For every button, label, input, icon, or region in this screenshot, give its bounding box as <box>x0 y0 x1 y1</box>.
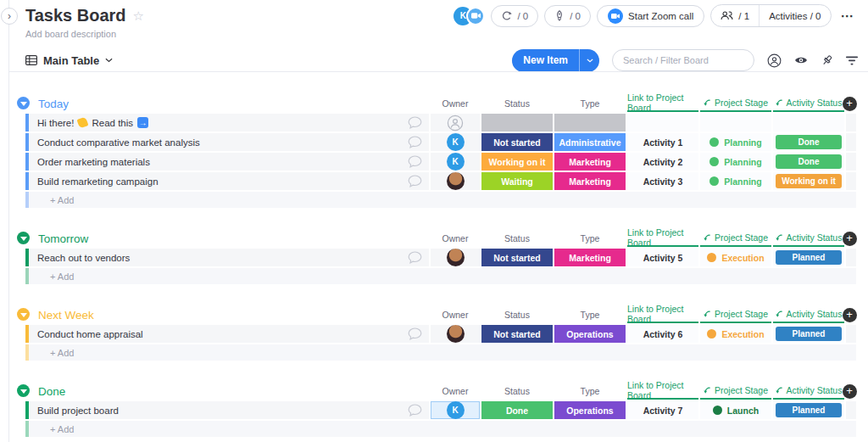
column-header-owner[interactable]: Owner <box>431 230 480 247</box>
group-title[interactable]: Today <box>38 98 69 110</box>
project-stage-cell[interactable]: Execution <box>700 249 771 266</box>
column-header-stage[interactable]: Project Stage <box>700 306 771 323</box>
type-cell[interactable]: Marketing <box>554 153 626 171</box>
table-row[interactable]: Build remarketing campaign Waiting Marke… <box>25 172 856 190</box>
hide-columns-eye-icon[interactable] <box>794 55 808 65</box>
chat-bubble-icon[interactable] <box>408 136 422 148</box>
avatar-photo[interactable] <box>447 325 465 343</box>
tab-main-table[interactable]: Main Table <box>25 54 113 67</box>
activity-status-cell[interactable]: Planned <box>773 325 844 343</box>
column-header-link[interactable]: Link to Project Board <box>627 95 698 112</box>
collapse-group-icon[interactable] <box>17 97 30 109</box>
column-header-activity[interactable]: Activity Status <box>773 95 844 112</box>
expand-sidebar-button[interactable]: › <box>1 8 18 25</box>
column-header-type[interactable]: Type <box>554 306 626 323</box>
collapse-group-icon[interactable] <box>17 232 30 244</box>
column-header-status[interactable]: Status <box>481 95 553 112</box>
task-name-cell[interactable]: Conduct home appraisal <box>25 325 429 343</box>
column-header-type[interactable]: Type <box>554 230 626 247</box>
status-cell[interactable]: Not started <box>481 249 553 266</box>
owner-cell[interactable]: K <box>431 401 480 419</box>
owner-cell[interactable] <box>431 325 480 343</box>
person-filter-icon[interactable] <box>767 53 782 68</box>
project-stage-cell[interactable]: Planning <box>700 153 771 171</box>
add-item-row[interactable]: + Add <box>25 192 856 208</box>
collapse-group-icon[interactable] <box>17 308 30 321</box>
search-input[interactable] <box>612 49 754 71</box>
column-header-status[interactable]: Status <box>481 383 553 400</box>
add-item-row[interactable]: + Add <box>25 421 856 437</box>
link-to-project-cell[interactable]: Activity 5 <box>627 249 698 266</box>
column-header-owner[interactable]: Owner <box>431 95 480 112</box>
task-name-cell[interactable]: Build project board <box>25 401 429 419</box>
column-header-link[interactable]: Link to Project Board <box>627 230 698 247</box>
avatar-photo[interactable] <box>447 249 465 266</box>
project-stage-cell[interactable] <box>700 114 771 131</box>
project-stage-cell[interactable]: Launch <box>700 401 771 419</box>
task-name-cell[interactable]: Order marketing materials <box>25 153 429 171</box>
add-column-button[interactable]: + <box>843 232 857 246</box>
chat-bubble-icon[interactable] <box>408 251 422 264</box>
activity-status-cell[interactable]: Done <box>773 153 844 171</box>
link-to-project-cell[interactable]: Activity 3 <box>627 172 698 190</box>
project-stage-cell[interactable]: Execution <box>700 325 771 343</box>
video-camera-badge-icon[interactable] <box>466 7 485 25</box>
avatar[interactable]: K <box>447 133 465 151</box>
column-header-stage[interactable]: Project Stage <box>700 230 771 247</box>
task-name-cell[interactable]: Hi there!Read this→ <box>25 114 429 131</box>
type-cell[interactable]: Operations <box>554 325 626 343</box>
status-cell[interactable]: Not started <box>481 325 553 343</box>
chat-bubble-icon[interactable] <box>408 155 422 168</box>
column-header-status[interactable]: Status <box>481 306 553 323</box>
column-header-link[interactable]: Link to Project Board <box>627 306 698 323</box>
task-name-cell[interactable]: Build remarketing campaign <box>25 172 429 190</box>
avatar-photo[interactable] <box>447 172 465 190</box>
chat-bubble-icon[interactable] <box>408 404 422 417</box>
column-header-link[interactable]: Link to Project Board <box>627 383 698 400</box>
column-header-type[interactable]: Type <box>554 383 626 400</box>
link-to-project-cell[interactable]: Activity 7 <box>627 401 698 419</box>
column-header-activity[interactable]: Activity Status <box>773 230 844 247</box>
owner-cell[interactable]: K <box>431 133 480 151</box>
members-counter[interactable]: / 1 <box>711 5 759 26</box>
activities-counter[interactable]: Activities / 0 <box>760 5 830 26</box>
add-item-row[interactable]: + Add <box>25 344 856 361</box>
pin-icon[interactable] <box>821 54 833 67</box>
board-description[interactable]: Add board description <box>25 29 868 41</box>
type-cell[interactable]: Marketing <box>554 249 626 266</box>
filter-icon[interactable] <box>846 56 858 65</box>
task-name-cell[interactable]: Reach out to vendors <box>25 249 429 266</box>
column-header-stage[interactable]: Project Stage <box>700 95 771 112</box>
add-column-button[interactable]: + <box>843 97 857 111</box>
table-row[interactable]: Reach out to vendors Not started Marketi… <box>25 249 856 266</box>
table-row[interactable]: Order marketing materials K Working on i… <box>25 153 856 171</box>
activity-status-cell[interactable]: Working on it <box>773 172 844 190</box>
integrations-counter[interactable]: / 0 <box>544 5 591 27</box>
column-header-type[interactable]: Type <box>554 95 626 112</box>
status-cell[interactable] <box>481 114 553 131</box>
type-cell[interactable]: Operations <box>554 401 626 419</box>
start-zoom-call-button[interactable]: Start Zoom call <box>597 5 704 27</box>
activity-status-cell[interactable]: Planned <box>773 249 844 266</box>
link-to-project-cell[interactable]: Activity 2 <box>627 153 698 171</box>
chat-bubble-icon[interactable] <box>408 327 422 340</box>
table-row[interactable]: Build project board K Done Operations Ac… <box>25 401 856 419</box>
favorite-star-icon[interactable]: ☆ <box>133 8 144 24</box>
status-cell[interactable]: Done <box>481 401 553 419</box>
activity-status-cell[interactable]: Planned <box>773 401 844 419</box>
column-header-stage[interactable]: Project Stage <box>700 383 771 400</box>
avatar[interactable]: K <box>447 153 465 171</box>
column-header-activity[interactable]: Activity Status <box>773 306 844 323</box>
type-cell[interactable]: Marketing <box>554 172 626 190</box>
table-row[interactable]: Conduct home appraisal Not started Opera… <box>25 325 856 343</box>
type-cell[interactable]: Administrative <box>554 133 626 151</box>
column-header-owner[interactable]: Owner <box>431 306 480 323</box>
link-to-project-cell[interactable]: Activity 1 <box>627 133 698 151</box>
column-header-status[interactable]: Status <box>481 230 553 247</box>
column-header-activity[interactable]: Activity Status <box>773 383 844 400</box>
new-item-dropdown[interactable] <box>579 49 599 72</box>
add-column-button[interactable]: + <box>843 384 857 399</box>
group-title[interactable]: Next Week <box>38 309 94 322</box>
status-cell[interactable]: Not started <box>481 133 553 151</box>
owner-cell[interactable] <box>431 114 480 131</box>
